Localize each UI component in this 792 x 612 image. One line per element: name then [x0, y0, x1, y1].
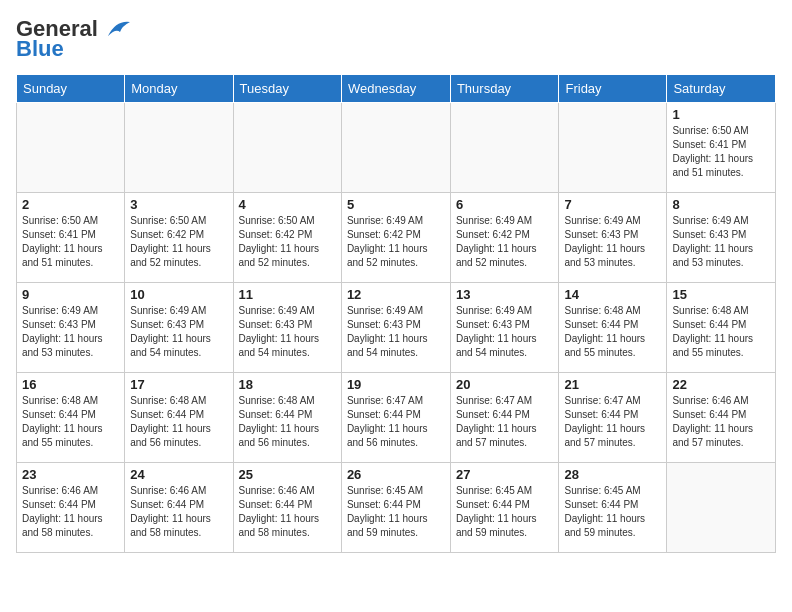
calendar-cell: 27Sunrise: 6:45 AM Sunset: 6:44 PM Dayli…	[450, 463, 559, 553]
calendar-cell	[667, 463, 776, 553]
weekday-header-thursday: Thursday	[450, 75, 559, 103]
logo-bird-icon	[100, 18, 132, 40]
calendar-cell: 21Sunrise: 6:47 AM Sunset: 6:44 PM Dayli…	[559, 373, 667, 463]
day-number: 15	[672, 287, 770, 302]
logo-blue: Blue	[16, 36, 64, 62]
day-info: Sunrise: 6:50 AM Sunset: 6:42 PM Dayligh…	[239, 214, 336, 270]
calendar-cell: 7Sunrise: 6:49 AM Sunset: 6:43 PM Daylig…	[559, 193, 667, 283]
calendar-cell: 19Sunrise: 6:47 AM Sunset: 6:44 PM Dayli…	[341, 373, 450, 463]
day-info: Sunrise: 6:50 AM Sunset: 6:41 PM Dayligh…	[22, 214, 119, 270]
day-number: 28	[564, 467, 661, 482]
calendar-table: SundayMondayTuesdayWednesdayThursdayFrid…	[16, 74, 776, 553]
calendar-cell: 18Sunrise: 6:48 AM Sunset: 6:44 PM Dayli…	[233, 373, 341, 463]
calendar-week-row: 16Sunrise: 6:48 AM Sunset: 6:44 PM Dayli…	[17, 373, 776, 463]
day-info: Sunrise: 6:48 AM Sunset: 6:44 PM Dayligh…	[130, 394, 227, 450]
calendar-cell: 10Sunrise: 6:49 AM Sunset: 6:43 PM Dayli…	[125, 283, 233, 373]
calendar-cell: 24Sunrise: 6:46 AM Sunset: 6:44 PM Dayli…	[125, 463, 233, 553]
calendar-week-row: 2Sunrise: 6:50 AM Sunset: 6:41 PM Daylig…	[17, 193, 776, 283]
weekday-header-saturday: Saturday	[667, 75, 776, 103]
day-number: 14	[564, 287, 661, 302]
day-number: 5	[347, 197, 445, 212]
weekday-header-monday: Monday	[125, 75, 233, 103]
day-info: Sunrise: 6:50 AM Sunset: 6:42 PM Dayligh…	[130, 214, 227, 270]
day-number: 25	[239, 467, 336, 482]
calendar-cell: 1Sunrise: 6:50 AM Sunset: 6:41 PM Daylig…	[667, 103, 776, 193]
day-number: 12	[347, 287, 445, 302]
calendar-cell	[559, 103, 667, 193]
weekday-header-sunday: Sunday	[17, 75, 125, 103]
day-info: Sunrise: 6:48 AM Sunset: 6:44 PM Dayligh…	[22, 394, 119, 450]
calendar-cell	[125, 103, 233, 193]
day-number: 21	[564, 377, 661, 392]
day-number: 13	[456, 287, 554, 302]
day-info: Sunrise: 6:48 AM Sunset: 6:44 PM Dayligh…	[564, 304, 661, 360]
day-info: Sunrise: 6:49 AM Sunset: 6:42 PM Dayligh…	[347, 214, 445, 270]
calendar-cell	[341, 103, 450, 193]
day-number: 22	[672, 377, 770, 392]
calendar-cell: 25Sunrise: 6:46 AM Sunset: 6:44 PM Dayli…	[233, 463, 341, 553]
day-info: Sunrise: 6:50 AM Sunset: 6:41 PM Dayligh…	[672, 124, 770, 180]
day-number: 16	[22, 377, 119, 392]
day-info: Sunrise: 6:45 AM Sunset: 6:44 PM Dayligh…	[456, 484, 554, 540]
day-info: Sunrise: 6:49 AM Sunset: 6:43 PM Dayligh…	[22, 304, 119, 360]
day-info: Sunrise: 6:45 AM Sunset: 6:44 PM Dayligh…	[347, 484, 445, 540]
day-info: Sunrise: 6:46 AM Sunset: 6:44 PM Dayligh…	[672, 394, 770, 450]
day-number: 19	[347, 377, 445, 392]
day-number: 8	[672, 197, 770, 212]
day-info: Sunrise: 6:47 AM Sunset: 6:44 PM Dayligh…	[456, 394, 554, 450]
calendar-cell: 16Sunrise: 6:48 AM Sunset: 6:44 PM Dayli…	[17, 373, 125, 463]
calendar-cell	[233, 103, 341, 193]
calendar-cell	[450, 103, 559, 193]
day-number: 9	[22, 287, 119, 302]
calendar-cell: 5Sunrise: 6:49 AM Sunset: 6:42 PM Daylig…	[341, 193, 450, 283]
day-number: 18	[239, 377, 336, 392]
weekday-header-wednesday: Wednesday	[341, 75, 450, 103]
day-info: Sunrise: 6:48 AM Sunset: 6:44 PM Dayligh…	[239, 394, 336, 450]
day-number: 11	[239, 287, 336, 302]
day-number: 7	[564, 197, 661, 212]
calendar-cell: 22Sunrise: 6:46 AM Sunset: 6:44 PM Dayli…	[667, 373, 776, 463]
calendar-cell: 2Sunrise: 6:50 AM Sunset: 6:41 PM Daylig…	[17, 193, 125, 283]
day-number: 20	[456, 377, 554, 392]
calendar-cell: 23Sunrise: 6:46 AM Sunset: 6:44 PM Dayli…	[17, 463, 125, 553]
day-info: Sunrise: 6:49 AM Sunset: 6:43 PM Dayligh…	[130, 304, 227, 360]
day-number: 1	[672, 107, 770, 122]
calendar-cell: 26Sunrise: 6:45 AM Sunset: 6:44 PM Dayli…	[341, 463, 450, 553]
day-info: Sunrise: 6:47 AM Sunset: 6:44 PM Dayligh…	[347, 394, 445, 450]
calendar-week-row: 9Sunrise: 6:49 AM Sunset: 6:43 PM Daylig…	[17, 283, 776, 373]
calendar-cell: 28Sunrise: 6:45 AM Sunset: 6:44 PM Dayli…	[559, 463, 667, 553]
day-number: 24	[130, 467, 227, 482]
day-info: Sunrise: 6:45 AM Sunset: 6:44 PM Dayligh…	[564, 484, 661, 540]
day-number: 6	[456, 197, 554, 212]
day-number: 10	[130, 287, 227, 302]
day-number: 17	[130, 377, 227, 392]
calendar-week-row: 23Sunrise: 6:46 AM Sunset: 6:44 PM Dayli…	[17, 463, 776, 553]
day-number: 27	[456, 467, 554, 482]
calendar-cell: 8Sunrise: 6:49 AM Sunset: 6:43 PM Daylig…	[667, 193, 776, 283]
day-info: Sunrise: 6:49 AM Sunset: 6:43 PM Dayligh…	[672, 214, 770, 270]
day-info: Sunrise: 6:49 AM Sunset: 6:43 PM Dayligh…	[456, 304, 554, 360]
calendar-cell: 6Sunrise: 6:49 AM Sunset: 6:42 PM Daylig…	[450, 193, 559, 283]
calendar-cell: 14Sunrise: 6:48 AM Sunset: 6:44 PM Dayli…	[559, 283, 667, 373]
calendar-cell: 3Sunrise: 6:50 AM Sunset: 6:42 PM Daylig…	[125, 193, 233, 283]
calendar-cell	[17, 103, 125, 193]
day-number: 3	[130, 197, 227, 212]
calendar-cell: 17Sunrise: 6:48 AM Sunset: 6:44 PM Dayli…	[125, 373, 233, 463]
day-number: 2	[22, 197, 119, 212]
logo: General Blue	[16, 16, 132, 62]
calendar-cell: 12Sunrise: 6:49 AM Sunset: 6:43 PM Dayli…	[341, 283, 450, 373]
day-info: Sunrise: 6:47 AM Sunset: 6:44 PM Dayligh…	[564, 394, 661, 450]
day-number: 4	[239, 197, 336, 212]
day-number: 23	[22, 467, 119, 482]
day-info: Sunrise: 6:46 AM Sunset: 6:44 PM Dayligh…	[22, 484, 119, 540]
calendar-cell: 4Sunrise: 6:50 AM Sunset: 6:42 PM Daylig…	[233, 193, 341, 283]
page-header: General Blue	[16, 16, 776, 62]
day-info: Sunrise: 6:46 AM Sunset: 6:44 PM Dayligh…	[130, 484, 227, 540]
calendar-cell: 15Sunrise: 6:48 AM Sunset: 6:44 PM Dayli…	[667, 283, 776, 373]
calendar-cell: 13Sunrise: 6:49 AM Sunset: 6:43 PM Dayli…	[450, 283, 559, 373]
day-info: Sunrise: 6:48 AM Sunset: 6:44 PM Dayligh…	[672, 304, 770, 360]
calendar-cell: 9Sunrise: 6:49 AM Sunset: 6:43 PM Daylig…	[17, 283, 125, 373]
day-info: Sunrise: 6:49 AM Sunset: 6:43 PM Dayligh…	[347, 304, 445, 360]
weekday-header-row: SundayMondayTuesdayWednesdayThursdayFrid…	[17, 75, 776, 103]
calendar-week-row: 1Sunrise: 6:50 AM Sunset: 6:41 PM Daylig…	[17, 103, 776, 193]
